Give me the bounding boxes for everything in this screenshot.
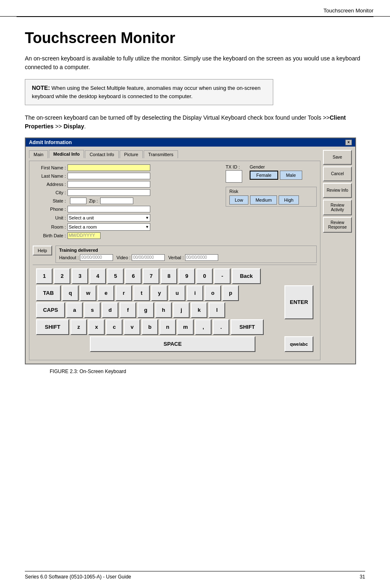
review-response-button[interactable]: Review Response bbox=[323, 217, 352, 233]
body-text: The on-screen keyboard can be turned off… bbox=[25, 113, 365, 131]
key-4[interactable]: 4 bbox=[89, 268, 106, 284]
high-risk-button[interactable]: High bbox=[279, 195, 299, 205]
keyboard-row-5: SPACE qwe/abc bbox=[36, 336, 313, 352]
key-r[interactable]: r bbox=[116, 285, 132, 301]
state-input[interactable] bbox=[70, 198, 87, 204]
save-button[interactable]: Save bbox=[323, 150, 352, 165]
review-info-button[interactable]: Review Info bbox=[323, 183, 352, 198]
gender-buttons: Female Male bbox=[250, 171, 302, 180]
key-dash[interactable]: - bbox=[214, 268, 231, 284]
keyboard-row-2: TAB q w e r t y u i o bbox=[36, 285, 283, 301]
key-9[interactable]: 9 bbox=[178, 268, 195, 284]
male-button[interactable]: Male bbox=[280, 171, 302, 180]
key-b[interactable]: b bbox=[142, 319, 158, 335]
key-space[interactable]: SPACE bbox=[90, 336, 255, 352]
key-comma[interactable]: , bbox=[195, 319, 212, 335]
cancel-button[interactable]: Cancel bbox=[323, 166, 352, 181]
key-6[interactable]: 6 bbox=[125, 268, 142, 284]
key-3[interactable]: 3 bbox=[72, 268, 88, 284]
key-d[interactable]: d bbox=[102, 302, 118, 318]
help-training-row: Help Training delivered Handout : Video … bbox=[33, 243, 317, 263]
key-period[interactable]: . bbox=[213, 319, 229, 335]
address-input[interactable] bbox=[67, 181, 150, 188]
key-p[interactable]: p bbox=[222, 285, 239, 301]
phone-input[interactable] bbox=[67, 206, 150, 212]
key-e[interactable]: e bbox=[98, 285, 114, 301]
key-n[interactable]: n bbox=[159, 319, 176, 335]
keyboard-row-1: 1 2 3 4 5 6 7 8 9 0 - Back bbox=[36, 268, 313, 284]
key-caps[interactable]: CAPS bbox=[36, 302, 65, 318]
key-tab[interactable]: TAB bbox=[36, 285, 61, 301]
help-button[interactable]: Help bbox=[33, 246, 52, 255]
page-title: Touchscreen Monitor bbox=[25, 29, 365, 47]
key-k[interactable]: k bbox=[191, 302, 207, 318]
key-back[interactable]: Back bbox=[232, 268, 261, 284]
first-name-input[interactable] bbox=[67, 164, 150, 171]
form-left: First Name : Last Name : Address : bbox=[33, 164, 222, 241]
key-8[interactable]: 8 bbox=[161, 268, 177, 284]
medium-risk-button[interactable]: Medium bbox=[250, 195, 277, 205]
key-1[interactable]: 1 bbox=[36, 268, 53, 284]
video-input[interactable] bbox=[132, 254, 165, 261]
key-g[interactable]: g bbox=[137, 302, 154, 318]
txid-input[interactable] bbox=[226, 170, 242, 183]
zip-input[interactable] bbox=[100, 198, 133, 204]
right-buttons-panel: Save Cancel Review Info Review Activity … bbox=[323, 150, 352, 360]
key-q[interactable]: q bbox=[62, 285, 79, 301]
key-5[interactable]: 5 bbox=[107, 268, 124, 284]
key-s[interactable]: s bbox=[84, 302, 101, 318]
key-c[interactable]: c bbox=[106, 319, 123, 335]
figure-caption: FIGURE 2.3: On-Screen Keyboard bbox=[50, 369, 365, 374]
tab-contact-info[interactable]: Contact Info bbox=[85, 150, 118, 158]
video-field: Video : bbox=[116, 254, 165, 261]
header-title: Touchscreen Monitor bbox=[323, 7, 373, 14]
first-name-label: First Name : bbox=[33, 165, 66, 170]
tabs-row: Main Medical Info Contact Info Picture T… bbox=[29, 150, 320, 158]
key-w[interactable]: w bbox=[80, 285, 96, 301]
key-enter[interactable]: ENTER bbox=[284, 285, 313, 319]
key-u[interactable]: u bbox=[169, 285, 185, 301]
key-h[interactable]: h bbox=[155, 302, 172, 318]
key-j[interactable]: j bbox=[173, 302, 190, 318]
first-name-row: First Name : bbox=[33, 164, 222, 171]
key-m[interactable]: m bbox=[177, 319, 194, 335]
key-l[interactable]: l bbox=[209, 302, 225, 318]
key-x[interactable]: x bbox=[88, 319, 105, 335]
note-box: NOTE: When using the Select Multiple fea… bbox=[25, 79, 273, 105]
key-7[interactable]: 7 bbox=[143, 268, 159, 284]
key-shift-left[interactable]: SHIFT bbox=[36, 319, 69, 335]
keyboard-rows-2-3: TAB q w e r t y u i o bbox=[36, 285, 313, 319]
key-i[interactable]: i bbox=[187, 285, 203, 301]
key-0[interactable]: 0 bbox=[196, 268, 213, 284]
room-select[interactable]: Select a room ▼ bbox=[67, 223, 150, 231]
review-activity-button[interactable]: Review Activity bbox=[323, 200, 352, 215]
key-shift-right[interactable]: SHIFT bbox=[231, 319, 264, 335]
tab-main[interactable]: Main bbox=[29, 150, 48, 158]
key-f[interactable]: f bbox=[120, 302, 136, 318]
unit-select[interactable]: Select a unit ▼ bbox=[67, 214, 150, 222]
key-o[interactable]: o bbox=[205, 285, 221, 301]
key-y[interactable]: y bbox=[151, 285, 168, 301]
dialog-close-button[interactable]: × bbox=[345, 140, 352, 145]
key-t[interactable]: t bbox=[133, 285, 150, 301]
handout-input[interactable] bbox=[80, 254, 113, 261]
key-v[interactable]: v bbox=[124, 319, 140, 335]
verbal-input[interactable] bbox=[185, 254, 218, 261]
note-label: NOTE: bbox=[32, 84, 50, 91]
key-qweabc[interactable]: qwe/abc bbox=[284, 336, 313, 352]
training-title: Training delivered bbox=[59, 248, 313, 253]
unit-label: Unit : bbox=[33, 215, 66, 220]
last-name-input[interactable] bbox=[67, 173, 150, 179]
tab-medical-info[interactable]: Medical Info bbox=[49, 150, 84, 158]
key-2[interactable]: 2 bbox=[54, 268, 70, 284]
txid-label: TX ID : bbox=[226, 164, 242, 169]
birthdate-input[interactable] bbox=[67, 232, 101, 239]
city-input[interactable] bbox=[67, 189, 150, 196]
tab-transmitters[interactable]: Transmitters bbox=[144, 150, 178, 158]
tab-picture[interactable]: Picture bbox=[120, 150, 143, 158]
low-risk-button[interactable]: Low bbox=[229, 195, 248, 205]
last-name-label: Last Name : bbox=[33, 174, 66, 178]
female-button[interactable]: Female bbox=[250, 171, 278, 180]
key-a[interactable]: a bbox=[66, 302, 83, 318]
key-z[interactable]: z bbox=[70, 319, 87, 335]
